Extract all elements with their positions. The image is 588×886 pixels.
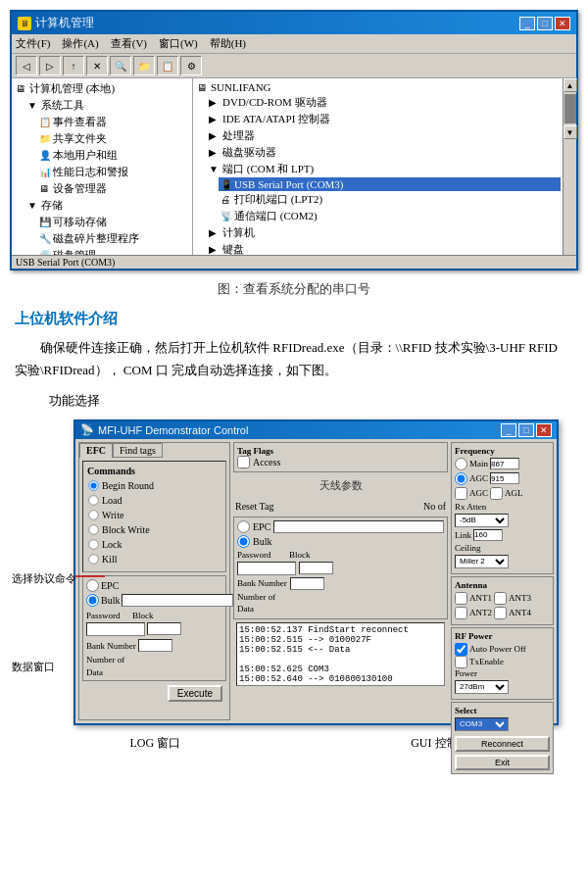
- toolbar-btn-7[interactable]: 📋: [157, 56, 178, 75]
- toolbar-btn-3[interactable]: ↑: [63, 56, 84, 75]
- scroll-thumb[interactable]: [564, 94, 576, 123]
- tree-item-devmgr[interactable]: 🖥 设备管理器: [37, 180, 190, 197]
- bulk-ops-row: Bulk: [237, 535, 444, 548]
- password-input[interactable]: [86, 622, 145, 636]
- device-disk[interactable]: ▶ 磁盘驱动器: [207, 144, 561, 161]
- tree-item-defrag[interactable]: 🔧 磁盘碎片整理程序: [37, 230, 190, 247]
- ceiling-select[interactable]: Miller 2: [455, 555, 509, 568]
- toolbar-btn-5[interactable]: 🔍: [110, 56, 131, 75]
- device-printer-port[interactable]: 🖨 打印机端口 (LPT2): [219, 191, 561, 208]
- cmd-write[interactable]: Write: [87, 509, 221, 521]
- ops-bulk-radio[interactable]: [237, 535, 250, 548]
- com-select[interactable]: COM3: [455, 717, 509, 731]
- reconnect-button[interactable]: Reconnect: [455, 736, 550, 752]
- blk-input2[interactable]: [299, 562, 333, 574]
- rfid-maximize[interactable]: □: [518, 423, 534, 437]
- tree-expand-icon: ▼: [27, 100, 39, 111]
- device-ide[interactable]: ▶ IDE ATA/ATAPI 控制器: [207, 111, 561, 127]
- menu-file[interactable]: 文件(F): [16, 36, 50, 51]
- win1-body: 🖥 计算机管理 (本地) ▼ 系统工具 📋 事件查看器 📁 共享文件夹 👤 本地…: [12, 78, 576, 255]
- device-cpu[interactable]: ▶ 处理器: [207, 127, 561, 144]
- cmd-load[interactable]: Load: [87, 494, 221, 507]
- device-root-icon: 🖥: [197, 82, 209, 93]
- ant-row1: ANT1 ANT3: [455, 592, 550, 605]
- scroll-up[interactable]: ▲: [564, 78, 577, 92]
- ops-epc-input[interactable]: [273, 520, 444, 533]
- vertical-scrollbar[interactable]: ▲ ▼: [563, 78, 576, 255]
- device-usb-serial[interactable]: 📱 USB Serial Port (COM3): [219, 177, 561, 191]
- cmd-begin-round[interactable]: Begin Round: [87, 479, 221, 492]
- tree-item-shared[interactable]: 📁 共享文件夹: [37, 130, 190, 147]
- tree-item-diskmgmt[interactable]: 💿 磁盘管理: [37, 247, 190, 255]
- device-ports-expand-icon: ▼: [209, 164, 220, 174]
- rfid-close[interactable]: ✕: [536, 423, 552, 437]
- scroll-down[interactable]: ▼: [564, 125, 577, 139]
- pw-input2[interactable]: [237, 562, 296, 575]
- toolbar-btn-2[interactable]: ▷: [39, 56, 61, 75]
- menu-help[interactable]: 帮助(H): [210, 36, 246, 51]
- ant4-chk[interactable]: [494, 607, 507, 619]
- power-select[interactable]: 27dBm: [455, 680, 509, 694]
- win1-toolbar: ◁ ▷ ↑ ✕ 🔍 📁 📋 ⚙: [12, 54, 576, 78]
- block-input[interactable]: [147, 622, 181, 635]
- tree-item-perflog[interactable]: 📊 性能日志和警报: [37, 164, 190, 180]
- pw-label2: Password: [237, 550, 286, 560]
- device-root[interactable]: 🖥 SUNLIFANG: [195, 80, 561, 94]
- agl-chk[interactable]: [490, 487, 503, 500]
- bank-number-input[interactable]: [138, 639, 172, 652]
- close-button[interactable]: ✕: [555, 17, 570, 30]
- main-freq-input[interactable]: [490, 458, 519, 469]
- device-com2[interactable]: 📡 通信端口 (COM2): [219, 208, 561, 224]
- menu-view[interactable]: 查看(V): [111, 36, 147, 51]
- cmd-lock[interactable]: Lock: [87, 538, 221, 551]
- minimize-button[interactable]: _: [519, 17, 535, 30]
- menu-window[interactable]: 窗口(W): [159, 36, 198, 51]
- rfid-middle-panel: Tag Flags Access 天线参数 Reset Tag No of EP…: [233, 442, 448, 720]
- select-group: Select COM3 Reconnect Exit: [451, 702, 554, 774]
- ant3-chk[interactable]: [494, 592, 507, 605]
- tab-find-tags[interactable]: Find tags: [113, 443, 163, 458]
- tree-item-eventviewer[interactable]: 📋 事件查看器: [37, 114, 190, 130]
- link-input[interactable]: [473, 529, 503, 541]
- toolbar-btn-8[interactable]: ⚙: [180, 56, 202, 75]
- device-keyboard[interactable]: ▶ 键盘: [207, 241, 561, 255]
- device-ports[interactable]: ▼ 端口 (COM 和 LPT): [207, 161, 561, 177]
- banknum-input2[interactable]: [290, 577, 324, 590]
- ant1-chk[interactable]: [455, 592, 467, 605]
- toolbar-btn-4[interactable]: ✕: [86, 56, 108, 75]
- tree-item-storage[interactable]: ▼ 存储: [25, 197, 190, 214]
- device-dvd[interactable]: ▶ DVD/CD-ROM 驱动器: [207, 94, 561, 111]
- tx-enable-chk[interactable]: [455, 656, 467, 668]
- exit-button[interactable]: Exit: [455, 755, 550, 770]
- bulk-input[interactable]: [122, 594, 233, 607]
- rx-atten-select[interactable]: -5dB: [455, 514, 509, 527]
- execute-button[interactable]: Execute: [168, 685, 222, 702]
- toolbar-btn-6[interactable]: 📁: [133, 56, 155, 75]
- auto-power-label: Auto Power Off: [469, 644, 526, 654]
- agc-freq-radio[interactable]: [455, 472, 467, 485]
- tab-efc[interactable]: EFC: [79, 443, 113, 458]
- ant2-chk[interactable]: [455, 607, 467, 619]
- tree-item-removable[interactable]: 💾 可移动存储: [37, 214, 190, 230]
- cmd-begin-round-label: Begin Round: [102, 480, 154, 491]
- access-checkbox[interactable]: [237, 456, 250, 468]
- auto-power-chk[interactable]: [455, 643, 467, 656]
- agc-chk[interactable]: [455, 487, 467, 500]
- tree-item-systools[interactable]: ▼ 系统工具: [25, 97, 190, 114]
- ops-epc-radio[interactable]: [237, 520, 250, 533]
- tree-disk-icon: 💿: [39, 250, 51, 255]
- agc-chk-label: AGC: [469, 488, 488, 498]
- device-computer[interactable]: ▶ 计算机: [207, 224, 561, 241]
- ant2-label: ANT2: [469, 608, 492, 617]
- tree-root[interactable]: 🖥 计算机管理 (本地): [14, 80, 190, 97]
- bulk-radio[interactable]: [86, 594, 99, 607]
- main-freq-radio[interactable]: [455, 458, 467, 470]
- cmd-block-write[interactable]: Block Write: [87, 523, 221, 536]
- menu-action[interactable]: 操作(A): [62, 36, 98, 51]
- tree-item-users[interactable]: 👤 本地用户和组: [37, 147, 190, 164]
- rfid-minimize[interactable]: _: [501, 423, 516, 437]
- maximize-button[interactable]: □: [537, 17, 553, 30]
- reset-row: Reset Tag No of: [233, 499, 448, 514]
- toolbar-btn-1[interactable]: ◁: [16, 56, 37, 75]
- agc-freq-input[interactable]: [490, 472, 519, 484]
